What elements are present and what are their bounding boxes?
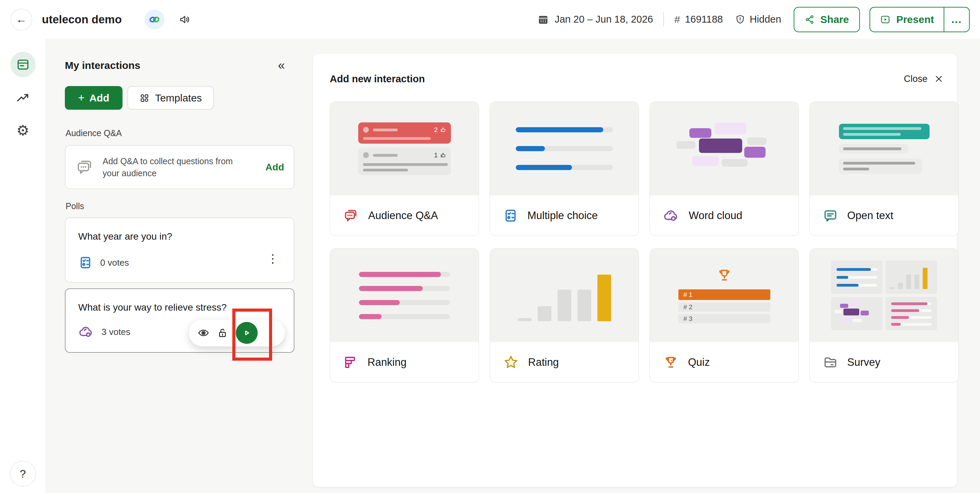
present-play-icon — [880, 14, 891, 25]
dialog-header: Add new interaction Close — [330, 70, 943, 88]
left-rail: ⚙ ? — [0, 39, 46, 493]
interaction-card-label: Audience Q&A — [368, 209, 438, 222]
rating-star-icon — [503, 355, 519, 370]
qa-add-link[interactable]: Add — [266, 162, 284, 173]
open-text-thumbnail — [810, 102, 958, 195]
polls-section-heading: Polls — [65, 201, 84, 211]
survey-mini-cloud — [831, 297, 883, 330]
qa-thumb-row: 1 — [358, 148, 451, 175]
visibility-label: Hidden — [750, 14, 781, 25]
thumbs-up-icon — [440, 127, 446, 133]
panel-actions: + Add Templates — [65, 86, 214, 110]
poll-menu-icon[interactable]: ⋮ — [267, 253, 278, 264]
calendar-icon — [537, 14, 549, 25]
hash-icon: # — [674, 14, 680, 25]
poll-menu-icon[interactable]: ⋮ — [265, 327, 277, 339]
back-button[interactable]: ← — [10, 9, 32, 30]
quiz-rank-3: # 3 — [678, 314, 770, 323]
poll-item-multiple-choice[interactable]: What year are you in? 0 votes ⋮ — [65, 217, 294, 283]
interaction-card-label: Multiple choice — [527, 209, 598, 222]
audience-qa-icon — [343, 208, 359, 224]
survey-mini-ranking — [886, 297, 937, 330]
interaction-card-label: Open text — [847, 209, 893, 222]
interaction-card-quiz[interactable]: # 1 # 2 # 3 Quiz — [649, 248, 799, 383]
multiple-choice-icon — [78, 255, 93, 270]
panel-header: My interactions « — [65, 58, 294, 73]
survey-folder-icon — [823, 355, 838, 370]
eye-icon — [197, 327, 210, 339]
play-icon — [242, 328, 252, 338]
poll-item-word-cloud[interactable]: What is your way to relieve stress? 3 vo… — [65, 289, 294, 353]
poll-meta: 0 votes — [78, 255, 129, 270]
interaction-card-label: Quiz — [688, 356, 710, 369]
ranking-icon — [343, 355, 358, 370]
qa-thumb-likes: 1 — [434, 152, 438, 159]
add-interaction-button[interactable]: + Add — [65, 86, 123, 110]
qa-section-heading: Audience Q&A — [65, 128, 122, 138]
survey-mini-chart — [886, 260, 937, 294]
share-button[interactable]: Share — [794, 7, 860, 32]
templates-button[interactable]: Templates — [127, 86, 214, 110]
interaction-card-label: Ranking — [368, 356, 407, 369]
poll-hover-toolbar: ⋮ — [189, 319, 285, 347]
header-divider — [663, 12, 664, 27]
interaction-card-label: Rating — [528, 356, 559, 369]
qa-prompt-text: Add Q&A to collect questions from your a… — [103, 155, 236, 179]
avatar — [363, 127, 369, 133]
templates-grid-icon — [139, 93, 150, 103]
announcement-button[interactable] — [179, 13, 192, 26]
quiz-rank-2: # 2 — [678, 303, 770, 312]
visibility-status[interactable]: Hidden — [735, 14, 781, 25]
word-cloud-icon — [663, 208, 679, 224]
avatar — [363, 152, 369, 158]
qa-thumb-likes: 2 — [434, 126, 438, 134]
top-header: ← utelecon demo Jan 20 – Jun 18, 2026 # … — [0, 0, 980, 39]
present-more-button[interactable]: … — [943, 8, 969, 32]
presentation-title: utelecon demo — [42, 13, 122, 26]
collapse-panel-icon[interactable]: « — [278, 58, 294, 73]
poll-meta: 3 votes — [78, 324, 130, 340]
interaction-card-multiple-choice[interactable]: Multiple choice — [490, 101, 639, 236]
trending-up-icon — [16, 90, 30, 106]
interaction-card-label: Word cloud — [689, 209, 742, 222]
trophy-icon — [716, 268, 732, 283]
multiple-choice-thumbnail — [490, 102, 639, 195]
poll-votes: 3 votes — [102, 327, 130, 338]
rating-thumbnail — [490, 249, 639, 342]
templates-label: Templates — [155, 92, 202, 104]
present-button[interactable]: Present — [870, 8, 943, 32]
qa-prompt-card[interactable]: Add Q&A to collect questions from your a… — [65, 145, 294, 189]
more-icon: … — [951, 13, 963, 26]
rail-item-interactions[interactable] — [10, 52, 36, 77]
quiz-thumbnail: # 1 # 2 # 3 — [650, 249, 799, 342]
poll-question: What is your way to relieve stress? — [78, 302, 227, 313]
start-presenting-button[interactable] — [236, 322, 258, 344]
interaction-card-survey[interactable]: Survey — [810, 248, 959, 383]
preview-button[interactable] — [197, 327, 210, 339]
interaction-card-label: Survey — [847, 356, 880, 369]
interaction-card-ranking[interactable]: Ranking — [330, 248, 479, 383]
webex-integration-badge[interactable] — [145, 10, 164, 30]
poll-question: What year are you in? — [78, 231, 172, 242]
open-text-icon — [823, 208, 838, 223]
interaction-card-audience-qa[interactable]: 2 1 — [330, 101, 479, 236]
interaction-card-open-text[interactable]: Open text — [810, 101, 959, 236]
lock-button[interactable] — [217, 327, 229, 339]
interaction-type-grid: 2 1 — [330, 101, 959, 383]
interaction-card-word-cloud[interactable]: Word cloud — [649, 101, 799, 236]
close-label: Close — [904, 74, 928, 84]
quiz-trophy-icon — [663, 355, 679, 370]
multiple-choice-icon — [503, 208, 518, 223]
webex-logo-icon — [148, 13, 161, 26]
interactions-icon — [16, 58, 30, 71]
add-label: Add — [89, 92, 109, 104]
close-button[interactable]: Close — [904, 74, 943, 84]
rail-item-results[interactable] — [16, 90, 30, 106]
present-button-group: Present … — [870, 7, 970, 32]
plus-icon: + — [78, 92, 84, 104]
share-icon — [805, 14, 815, 25]
interaction-card-rating[interactable]: Rating — [490, 248, 639, 383]
rail-item-settings[interactable]: ⚙ — [16, 123, 30, 138]
dialog-title: Add new interaction — [330, 73, 425, 85]
help-button[interactable]: ? — [10, 461, 36, 487]
